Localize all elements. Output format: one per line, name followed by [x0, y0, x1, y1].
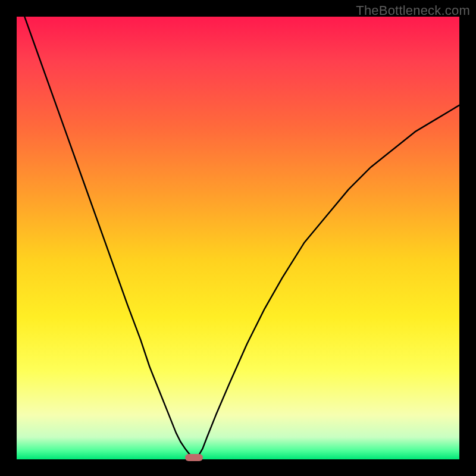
chart-frame: TheBottleneck.com [0, 0, 476, 476]
optimal-marker [185, 454, 203, 461]
plot-area [17, 17, 459, 459]
bottleneck-curve [17, 17, 459, 459]
